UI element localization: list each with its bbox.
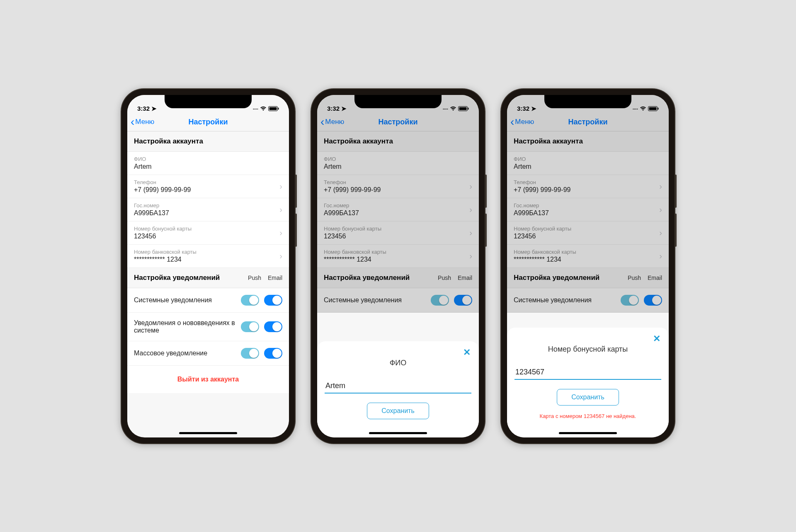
notifications-section-header: Настройка уведомлений Push Email bbox=[127, 268, 289, 288]
row-phone[interactable]: Телефон+7 (999) 999-99-99› bbox=[507, 175, 669, 198]
row-fio[interactable]: ФИОArtem bbox=[317, 152, 479, 175]
col-email: Email bbox=[458, 275, 472, 281]
svg-rect-5 bbox=[468, 107, 469, 109]
location-icon: ➤ bbox=[151, 105, 157, 112]
toggle-email[interactable] bbox=[264, 321, 282, 332]
row-phone[interactable]: Телефон +7 (999) 999-99-99 › bbox=[127, 175, 289, 198]
back-button[interactable]: ‹ Меню bbox=[317, 116, 344, 128]
status-time: 3:32 bbox=[137, 105, 150, 112]
close-button[interactable]: ✕ bbox=[461, 346, 473, 359]
row-plate[interactable]: Гос.номер А999БА137 › bbox=[127, 198, 289, 221]
card-label: Номер банковской карты bbox=[324, 249, 469, 255]
notif-row-mass: Массовое уведомление bbox=[127, 341, 289, 366]
toggle-push[interactable] bbox=[241, 348, 259, 359]
toggle-email[interactable] bbox=[264, 348, 282, 359]
toggle-email[interactable] bbox=[454, 295, 472, 306]
col-push: Push bbox=[438, 275, 451, 281]
save-button[interactable]: Сохранить bbox=[367, 403, 429, 419]
row-card[interactable]: Номер банковской карты ************ 1234… bbox=[127, 245, 289, 268]
row-bonus[interactable]: Номер бонусной карты123456› bbox=[317, 221, 479, 245]
back-button[interactable]: ‹ Меню bbox=[507, 116, 534, 128]
home-indicator[interactable] bbox=[179, 432, 237, 434]
wifi-icon bbox=[640, 106, 646, 112]
phone-value: +7 (999) 999-99-99 bbox=[134, 186, 279, 194]
toggle-push[interactable] bbox=[431, 295, 449, 306]
notif-row-system: Системные уведомления bbox=[127, 288, 289, 313]
back-label: Меню bbox=[325, 118, 344, 126]
edit-sheet-bonus: ✕ Номер бонусной карты Сохранить Карта с… bbox=[507, 328, 669, 437]
notif-row-news: Уведомления о нововведениях в системе bbox=[127, 313, 289, 341]
toggle-push[interactable] bbox=[241, 321, 259, 332]
plate-label: Гос.номер bbox=[324, 202, 469, 209]
battery-icon bbox=[648, 106, 659, 112]
wifi-icon bbox=[450, 106, 456, 112]
notch bbox=[544, 95, 631, 108]
sheet-title: ФИО bbox=[325, 359, 471, 367]
screen: 3:32 ➤ ···· ‹ Меню Настройки Нас bbox=[127, 95, 289, 437]
chevron-right-icon: › bbox=[469, 205, 472, 214]
fio-label: ФИО bbox=[514, 156, 662, 162]
card-label: Номер банковской карты bbox=[514, 249, 659, 255]
row-fio[interactable]: ФИО Artem bbox=[127, 152, 289, 175]
toggle-email[interactable] bbox=[264, 295, 282, 306]
content[interactable]: Настройка аккаунта ФИО Artem Телефон +7 … bbox=[127, 131, 289, 393]
svg-rect-7 bbox=[649, 107, 657, 110]
home-indicator[interactable] bbox=[369, 432, 427, 434]
content: Настройка аккаунта ФИОArtem Телефон+7 (9… bbox=[317, 131, 479, 313]
chevron-right-icon: › bbox=[659, 182, 662, 191]
notifications-section-header: Настройка уведомленийPushEmail bbox=[317, 268, 479, 288]
chevron-right-icon: › bbox=[279, 205, 282, 214]
chevron-right-icon: › bbox=[659, 251, 662, 261]
row-plate[interactable]: Гос.номерА999БА137› bbox=[317, 198, 479, 221]
phone-mockup-2: 3:32 ➤ ···· ‹ Меню Настройки Настройка а… bbox=[311, 89, 485, 443]
status-time: 3:32 bbox=[327, 105, 340, 112]
wifi-icon bbox=[260, 106, 267, 112]
notif-label: Системные уведомления bbox=[324, 296, 431, 304]
row-bonus[interactable]: Номер бонусной карты123456› bbox=[507, 221, 669, 245]
screen: 3:32 ➤ ···· ‹ Меню Настройки Настройка а… bbox=[507, 95, 669, 437]
nav-bar: ‹ Меню Настройки bbox=[507, 113, 669, 131]
fio-value: Artem bbox=[134, 163, 282, 170]
logout-button[interactable]: Выйти из аккаунта bbox=[127, 366, 289, 393]
notch bbox=[165, 95, 252, 108]
back-label: Меню bbox=[515, 118, 534, 126]
row-fio[interactable]: ФИОArtem bbox=[507, 152, 669, 175]
location-icon: ➤ bbox=[341, 105, 347, 112]
fio-value: Artem bbox=[514, 163, 662, 170]
close-button[interactable]: ✕ bbox=[650, 333, 663, 345]
chevron-right-icon: › bbox=[279, 182, 282, 191]
toggle-push[interactable] bbox=[241, 295, 259, 306]
cellular-dots-icon: ···· bbox=[253, 106, 258, 112]
bonus-value: 123456 bbox=[514, 233, 659, 240]
row-card[interactable]: Номер банковской карты************ 1234› bbox=[317, 245, 479, 268]
notif-label: Системные уведомления bbox=[134, 296, 241, 304]
nav-bar: ‹ Меню Настройки bbox=[127, 113, 289, 131]
fio-value: Artem bbox=[324, 163, 472, 170]
toggle-push[interactable] bbox=[621, 295, 639, 306]
chevron-right-icon: › bbox=[659, 228, 662, 238]
chevron-right-icon: › bbox=[279, 228, 282, 238]
back-button[interactable]: ‹ Меню bbox=[127, 116, 154, 128]
card-value: ************ 1234 bbox=[514, 256, 659, 263]
card-value: ************ 1234 bbox=[134, 256, 279, 263]
save-button[interactable]: Сохранить bbox=[557, 389, 619, 406]
chevron-left-icon: ‹ bbox=[510, 116, 514, 128]
row-phone[interactable]: Телефон+7 (999) 999-99-99› bbox=[317, 175, 479, 198]
notch bbox=[354, 95, 442, 108]
phone-value: +7 (999) 999-99-99 bbox=[514, 186, 659, 194]
notif-label: Массовое уведомление bbox=[134, 350, 241, 357]
plate-value: А999БА137 bbox=[514, 209, 659, 217]
toggle-email[interactable] bbox=[644, 295, 662, 306]
home-indicator[interactable] bbox=[559, 432, 617, 434]
battery-icon bbox=[268, 106, 279, 112]
fio-input[interactable] bbox=[325, 379, 471, 394]
row-card[interactable]: Номер банковской карты************ 1234› bbox=[507, 245, 669, 268]
plate-value: А999БА137 bbox=[134, 209, 279, 217]
phone-mockup-1: 3:32 ➤ ···· ‹ Меню Настройки Нас bbox=[121, 89, 295, 443]
nav-bar: ‹ Меню Настройки bbox=[317, 113, 479, 131]
row-plate[interactable]: Гос.номерА999БА137› bbox=[507, 198, 669, 221]
close-icon: ✕ bbox=[653, 333, 660, 344]
plate-label: Гос.номер bbox=[514, 202, 659, 209]
bonus-input[interactable] bbox=[514, 365, 661, 380]
row-bonus[interactable]: Номер бонусной карты 123456 › bbox=[127, 221, 289, 245]
